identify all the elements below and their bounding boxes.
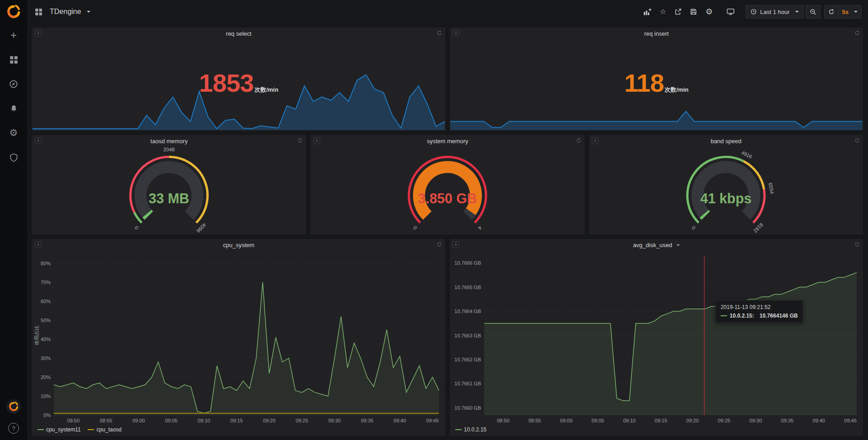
legend-item[interactable]: cpu_taosd — [88, 426, 121, 433]
legend-item[interactable]: cpu_system11 — [38, 426, 80, 433]
legend-swatch — [38, 429, 44, 430]
panel-spinner-icon[interactable] — [854, 30, 860, 37]
save-button[interactable] — [687, 5, 700, 18]
refresh-interval-label: 5s — [842, 9, 849, 15]
legend-label: cpu_system11 — [46, 426, 80, 433]
dashboard-row-1: i req select 1853次数/min i — [32, 27, 863, 131]
panel-spinner-icon[interactable] — [437, 30, 442, 37]
refresh-interval-button[interactable]: 5s — [838, 5, 862, 19]
panel-cpu-system: i cpu_system 08:5008:5509:0009:0509:1009… — [32, 239, 446, 436]
svg-text:10.7660 GB: 10.7660 GB — [454, 405, 481, 411]
panel-title-caret-icon — [676, 244, 680, 246]
panel-system-memory: i system memory 043.850 GB — [310, 135, 585, 235]
server-admin-shield-icon[interactable] — [8, 152, 19, 163]
panel-spinner-icon[interactable] — [576, 138, 581, 145]
panel-spinner-icon[interactable] — [854, 242, 860, 248]
panel-title[interactable]: band speed — [589, 135, 863, 147]
svg-text:09:10: 09:10 — [623, 418, 636, 423]
svg-text:09:20: 09:20 — [263, 418, 276, 423]
svg-text:40%: 40% — [41, 337, 51, 342]
panel-spinner-icon[interactable] — [854, 138, 860, 145]
panel-title[interactable]: system memory — [311, 135, 585, 147]
configuration-gear-icon[interactable]: ⚙ — [8, 127, 19, 138]
svg-text:3.850 GB: 3.850 GB — [418, 191, 477, 206]
dashboard-grid: i req select 1853次数/min i — [27, 23, 868, 440]
svg-text:10.7663 GB: 10.7663 GB — [454, 333, 481, 338]
singlestat-body: 1853次数/min — [32, 40, 445, 131]
dashboards-icon[interactable] — [8, 54, 19, 65]
gauge-body: 043.850 GB — [311, 147, 585, 234]
dashboard-row-3: i cpu_system 08:5008:5509:0009:0509:1009… — [32, 239, 863, 436]
navbar: TDengine ☆ ⚙ — [27, 0, 868, 23]
svg-text:41 kbps: 41 kbps — [700, 191, 751, 206]
chart-legend: 10.0.2.15 — [450, 425, 863, 436]
dashboard-settings-button[interactable]: ⚙ — [702, 5, 716, 18]
panel-info-icon[interactable]: i — [35, 30, 42, 37]
panel-title[interactable]: avg_disk_used — [450, 239, 863, 251]
sidebar: + ⚙ — [0, 0, 27, 440]
svg-text:70%: 70% — [41, 280, 51, 285]
panel-info-icon[interactable]: i — [453, 241, 459, 248]
svg-text:09:20: 09:20 — [686, 418, 699, 423]
user-avatar[interactable] — [6, 399, 21, 414]
help-icon[interactable]: ? — [8, 423, 19, 434]
svg-text:10.7661 GB: 10.7661 GB — [454, 381, 481, 386]
refresh-button[interactable] — [824, 5, 838, 19]
svg-text:09:35: 09:35 — [361, 418, 373, 423]
panel-spinner-icon[interactable] — [297, 138, 303, 145]
panel-req-insert: i req insert 118次数/min — [449, 27, 863, 131]
svg-text:4916: 4916 — [741, 150, 753, 159]
grafana-logo[interactable] — [6, 4, 21, 21]
sparkline — [33, 73, 445, 130]
graph-body: 2019-11-13 09:21:52 10.0.2.15: 10.766414… — [450, 251, 863, 436]
refresh-button-group: 5s — [824, 5, 862, 19]
cycle-view-button[interactable] — [724, 5, 737, 18]
panel-title[interactable]: req insert — [450, 28, 863, 40]
svg-text:09:25: 09:25 — [718, 418, 731, 423]
explore-compass-icon[interactable] — [8, 79, 19, 89]
svg-text:09:30: 09:30 — [328, 418, 341, 423]
svg-text:10.7662 GB: 10.7662 GB — [454, 357, 481, 362]
svg-text:50%: 50% — [41, 318, 51, 323]
grafana-app: + ⚙ — [0, 0, 868, 440]
add-panel-button[interactable] — [641, 5, 654, 18]
gauge: 043.850 GB — [311, 147, 585, 234]
dashboard-row-2: i taosd memory 02048409633 MB i system m… — [32, 135, 863, 235]
time-range-picker[interactable]: Last 1 hour — [745, 5, 803, 19]
dashboard-title[interactable]: TDengine — [50, 8, 90, 16]
svg-text:08:50: 08:50 — [67, 418, 80, 423]
svg-text:09:45: 09:45 — [426, 418, 439, 423]
svg-text:10.7664 GB: 10.7664 GB — [454, 309, 481, 314]
svg-text:0: 0 — [412, 225, 418, 231]
panel-title[interactable]: cpu_system — [32, 239, 445, 251]
svg-text:33 MB: 33 MB — [149, 191, 189, 206]
panel-title[interactable]: req select — [32, 28, 445, 40]
dashboard-picker-icon[interactable] — [32, 5, 45, 18]
main-area: TDengine ☆ ⚙ — [27, 0, 868, 440]
chart-legend: cpu_system11cpu_taosd — [32, 425, 445, 436]
zoom-out-button[interactable] — [806, 5, 821, 19]
alerting-bell-icon[interactable] — [8, 103, 19, 114]
svg-text:0%: 0% — [43, 412, 51, 418]
navbar-actions: ☆ ⚙ Last 1 hour — [641, 5, 862, 19]
svg-text:10.7665 GB: 10.7665 GB — [454, 285, 481, 290]
panel-title[interactable]: taosd memory — [32, 135, 306, 147]
panel-info-icon[interactable]: i — [35, 137, 42, 144]
svg-text:08:55: 08:55 — [528, 418, 541, 423]
panel-info-icon[interactable]: i — [35, 241, 42, 248]
panel-info-icon[interactable]: i — [453, 30, 459, 37]
dashboard-title-text: TDengine — [50, 8, 81, 16]
share-button[interactable] — [671, 5, 685, 18]
svg-text:09:15: 09:15 — [655, 418, 667, 423]
svg-text:0: 0 — [691, 225, 697, 231]
panel-info-icon[interactable]: i — [313, 137, 320, 144]
panel-info-icon[interactable]: i — [592, 137, 599, 144]
svg-text:2048: 2048 — [164, 147, 175, 152]
create-plus-icon[interactable]: + — [8, 30, 19, 41]
svg-text:20%: 20% — [41, 374, 51, 380]
singlestat-body: 118次数/min — [450, 40, 863, 131]
star-button[interactable]: ☆ — [656, 5, 670, 18]
legend-item[interactable]: 10.0.2.15 — [455, 426, 486, 433]
panel-spinner-icon[interactable] — [437, 242, 442, 248]
svg-text:30%: 30% — [41, 356, 51, 361]
